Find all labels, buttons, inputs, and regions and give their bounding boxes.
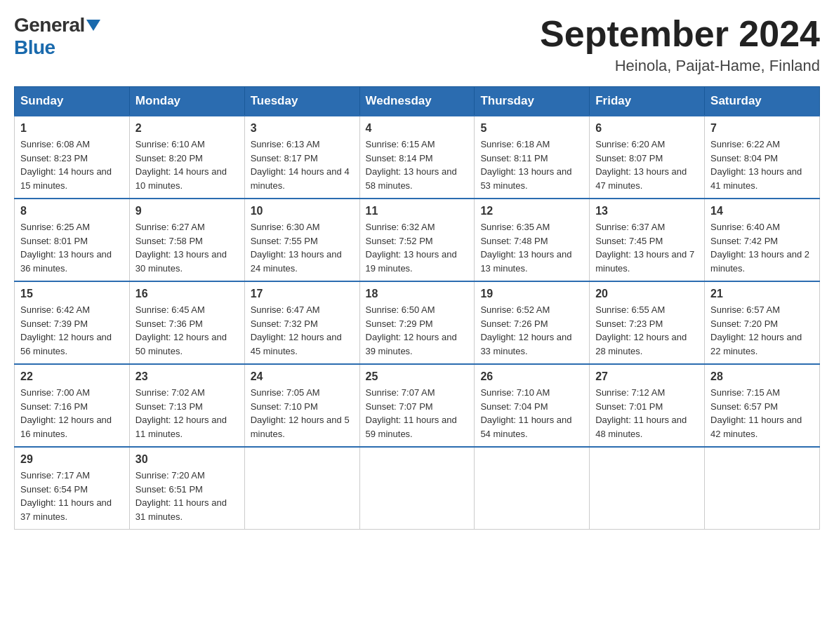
day-info: Sunrise: 7:02 AMSunset: 7:13 PMDaylight:… — [135, 386, 239, 441]
day-number: 12 — [480, 205, 583, 217]
logo-general: General — [14, 14, 85, 36]
day-number: 29 — [20, 453, 124, 466]
day-info: Sunrise: 7:00 AMSunset: 7:16 PMDaylight:… — [20, 386, 124, 441]
day-number: 24 — [251, 370, 354, 383]
day-number: 28 — [710, 370, 814, 383]
calendar-cell: 21Sunrise: 6:57 AMSunset: 7:20 PMDayligh… — [705, 281, 820, 364]
day-number: 17 — [251, 288, 354, 300]
day-number: 6 — [595, 122, 699, 135]
calendar-cell — [475, 447, 590, 530]
logo-blue: Blue — [14, 36, 55, 59]
day-number: 10 — [251, 205, 354, 217]
day-info: Sunrise: 6:25 AMSunset: 8:01 PMDaylight:… — [20, 220, 124, 275]
day-info: Sunrise: 7:12 AMSunset: 7:01 PMDaylight:… — [595, 386, 699, 441]
day-info: Sunrise: 6:15 AMSunset: 8:14 PMDaylight:… — [366, 137, 469, 192]
calendar-cell: 8Sunrise: 6:25 AMSunset: 8:01 PMDaylight… — [15, 199, 130, 281]
day-info: Sunrise: 6:35 AMSunset: 7:48 PMDaylight:… — [480, 220, 583, 275]
calendar-cell: 17Sunrise: 6:47 AMSunset: 7:32 PMDayligh… — [244, 281, 359, 364]
calendar-cell: 20Sunrise: 6:55 AMSunset: 7:23 PMDayligh… — [590, 281, 705, 364]
calendar-cell: 25Sunrise: 7:07 AMSunset: 7:07 PMDayligh… — [359, 364, 475, 447]
day-info: Sunrise: 6:47 AMSunset: 7:32 PMDaylight:… — [251, 303, 354, 358]
day-info: Sunrise: 6:52 AMSunset: 7:26 PMDaylight:… — [480, 303, 583, 358]
calendar-cell — [359, 447, 475, 530]
calendar-cell: 5Sunrise: 6:18 AMSunset: 8:11 PMDaylight… — [475, 116, 590, 199]
calendar-cell: 19Sunrise: 6:52 AMSunset: 7:26 PMDayligh… — [475, 281, 590, 364]
week-row-2: 8Sunrise: 6:25 AMSunset: 8:01 PMDaylight… — [15, 199, 820, 281]
calendar-cell: 16Sunrise: 6:45 AMSunset: 7:36 PMDayligh… — [129, 281, 244, 364]
day-number: 18 — [366, 288, 469, 300]
day-info: Sunrise: 6:18 AMSunset: 8:11 PMDaylight:… — [480, 137, 583, 192]
month-year-title: September 2024 — [540, 14, 820, 54]
day-number: 1 — [20, 122, 124, 135]
day-number: 3 — [251, 122, 354, 135]
day-number: 4 — [366, 122, 469, 135]
calendar-cell: 4Sunrise: 6:15 AMSunset: 8:14 PMDaylight… — [359, 116, 475, 199]
day-number: 7 — [710, 122, 814, 135]
calendar-cell: 13Sunrise: 6:37 AMSunset: 7:45 PMDayligh… — [590, 199, 705, 281]
calendar-cell: 26Sunrise: 7:10 AMSunset: 7:04 PMDayligh… — [475, 364, 590, 447]
day-number: 19 — [480, 288, 583, 300]
day-info: Sunrise: 6:55 AMSunset: 7:23 PMDaylight:… — [595, 303, 699, 358]
calendar-cell: 29Sunrise: 7:17 AMSunset: 6:54 PMDayligh… — [15, 447, 130, 530]
day-number: 25 — [366, 370, 469, 383]
calendar-cell: 7Sunrise: 6:22 AMSunset: 8:04 PMDaylight… — [705, 116, 820, 199]
calendar-cell: 9Sunrise: 6:27 AMSunset: 7:58 PMDaylight… — [129, 199, 244, 281]
logo-triangle-icon — [86, 20, 100, 31]
day-number: 26 — [480, 370, 583, 383]
day-number: 13 — [595, 205, 699, 217]
day-info: Sunrise: 7:07 AMSunset: 7:07 PMDaylight:… — [366, 386, 469, 441]
column-header-saturday: Saturday — [705, 87, 820, 116]
calendar-cell: 11Sunrise: 6:32 AMSunset: 7:52 PMDayligh… — [359, 199, 475, 281]
day-info: Sunrise: 6:08 AMSunset: 8:23 PMDaylight:… — [20, 137, 124, 192]
calendar-cell: 27Sunrise: 7:12 AMSunset: 7:01 PMDayligh… — [590, 364, 705, 447]
calendar-table: SundayMondayTuesdayWednesdayThursdayFrid… — [14, 86, 820, 530]
day-info: Sunrise: 7:05 AMSunset: 7:10 PMDaylight:… — [251, 386, 354, 441]
week-row-5: 29Sunrise: 7:17 AMSunset: 6:54 PMDayligh… — [15, 447, 820, 530]
day-number: 30 — [135, 453, 239, 466]
day-info: Sunrise: 6:57 AMSunset: 7:20 PMDaylight:… — [710, 303, 814, 358]
day-number: 5 — [480, 122, 583, 135]
day-info: Sunrise: 6:37 AMSunset: 7:45 PMDaylight:… — [595, 220, 699, 275]
day-info: Sunrise: 6:50 AMSunset: 7:29 PMDaylight:… — [366, 303, 469, 358]
day-number: 15 — [20, 288, 124, 300]
week-row-1: 1Sunrise: 6:08 AMSunset: 8:23 PMDaylight… — [15, 116, 820, 199]
day-info: Sunrise: 6:22 AMSunset: 8:04 PMDaylight:… — [710, 137, 814, 192]
day-number: 9 — [135, 205, 239, 217]
day-info: Sunrise: 6:45 AMSunset: 7:36 PMDaylight:… — [135, 303, 239, 358]
column-header-friday: Friday — [590, 87, 705, 116]
day-number: 8 — [20, 205, 124, 217]
day-number: 22 — [20, 370, 124, 383]
calendar-cell: 24Sunrise: 7:05 AMSunset: 7:10 PMDayligh… — [244, 364, 359, 447]
day-info: Sunrise: 6:40 AMSunset: 7:42 PMDaylight:… — [710, 220, 814, 275]
calendar-cell: 10Sunrise: 6:30 AMSunset: 7:55 PMDayligh… — [244, 199, 359, 281]
calendar-cell: 2Sunrise: 6:10 AMSunset: 8:20 PMDaylight… — [129, 116, 244, 199]
column-header-wednesday: Wednesday — [359, 87, 475, 116]
calendar-cell: 12Sunrise: 6:35 AMSunset: 7:48 PMDayligh… — [475, 199, 590, 281]
calendar-cell: 1Sunrise: 6:08 AMSunset: 8:23 PMDaylight… — [15, 116, 130, 199]
day-number: 2 — [135, 122, 239, 135]
day-info: Sunrise: 6:20 AMSunset: 8:07 PMDaylight:… — [595, 137, 699, 192]
calendar-cell: 22Sunrise: 7:00 AMSunset: 7:16 PMDayligh… — [15, 364, 130, 447]
day-info: Sunrise: 6:32 AMSunset: 7:52 PMDaylight:… — [366, 220, 469, 275]
day-info: Sunrise: 6:30 AMSunset: 7:55 PMDaylight:… — [251, 220, 354, 275]
calendar-cell: 14Sunrise: 6:40 AMSunset: 7:42 PMDayligh… — [705, 199, 820, 281]
calendar-cell: 30Sunrise: 7:20 AMSunset: 6:51 PMDayligh… — [129, 447, 244, 530]
calendar-cell: 23Sunrise: 7:02 AMSunset: 7:13 PMDayligh… — [129, 364, 244, 447]
calendar-cell: 15Sunrise: 6:42 AMSunset: 7:39 PMDayligh… — [15, 281, 130, 364]
calendar-cell: 3Sunrise: 6:13 AMSunset: 8:17 PMDaylight… — [244, 116, 359, 199]
week-row-4: 22Sunrise: 7:00 AMSunset: 7:16 PMDayligh… — [15, 364, 820, 447]
day-number: 16 — [135, 288, 239, 300]
day-number: 20 — [595, 288, 699, 300]
day-info: Sunrise: 6:42 AMSunset: 7:39 PMDaylight:… — [20, 303, 124, 358]
title-section: September 2024 Heinola, Paijat-Hame, Fin… — [540, 14, 820, 75]
day-info: Sunrise: 7:20 AMSunset: 6:51 PMDaylight:… — [135, 469, 239, 523]
day-info: Sunrise: 6:10 AMSunset: 8:20 PMDaylight:… — [135, 137, 239, 192]
column-header-monday: Monday — [129, 87, 244, 116]
day-info: Sunrise: 6:13 AMSunset: 8:17 PMDaylight:… — [251, 137, 354, 192]
column-header-sunday: Sunday — [15, 87, 130, 116]
day-info: Sunrise: 6:27 AMSunset: 7:58 PMDaylight:… — [135, 220, 239, 275]
location-subtitle: Heinola, Paijat-Hame, Finland — [540, 57, 820, 75]
week-row-3: 15Sunrise: 6:42 AMSunset: 7:39 PMDayligh… — [15, 281, 820, 364]
calendar-cell: 18Sunrise: 6:50 AMSunset: 7:29 PMDayligh… — [359, 281, 475, 364]
logo: General Blue — [14, 14, 100, 59]
